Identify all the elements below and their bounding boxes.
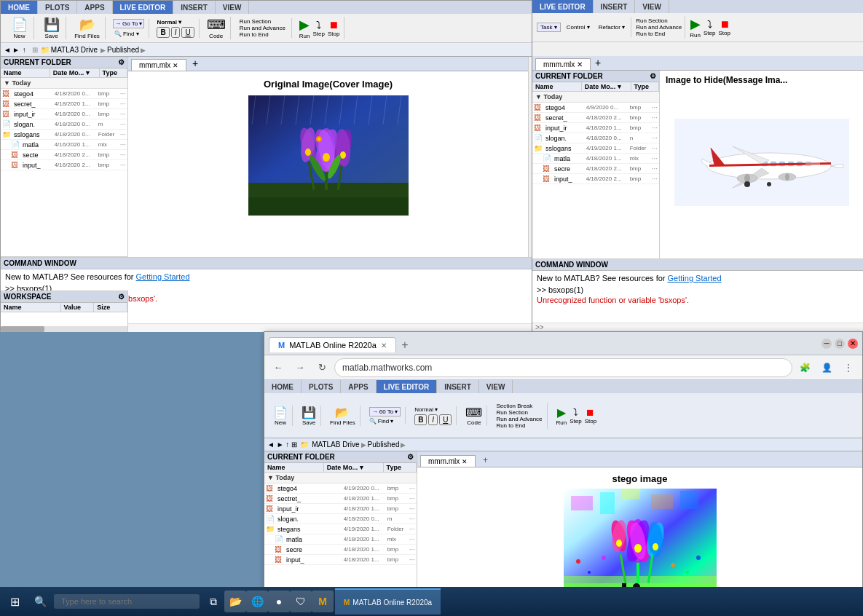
input-dots[interactable]: ··· [120, 110, 126, 118]
sslogans-dots-r[interactable]: ··· [652, 144, 658, 152]
bold-btn-b[interactable]: B [414, 414, 427, 425]
file-stego4-right[interactable]: 🖼 stego4 4/9/2020 0... bmp ··· [532, 103, 659, 113]
file-secret-right[interactable]: 🖼 secret_ 4/18/2020 2... bmp ··· [532, 113, 659, 123]
minimize-button[interactable]: ─ [821, 339, 832, 349]
stop-btn-grp-b[interactable]: ⏹ Stop [585, 407, 596, 425]
tab-view-left[interactable]: VIEW [216, 1, 250, 14]
control-btn-right[interactable]: Control ▾ [564, 23, 593, 31]
matla-dots-b[interactable]: ··· [409, 535, 415, 543]
editor-tab-mmm-right[interactable]: mmm.mlx ✕ [535, 58, 591, 70]
italic-button[interactable]: I [171, 27, 181, 38]
cf-settings-left[interactable]: ⚙ [118, 58, 125, 66]
file-slogan-right[interactable]: 📄 slogan. 4/18/2020 0... n ··· [532, 133, 659, 143]
folder-sslogans-left[interactable]: 📁 sslogans 4/18/2020 0... Folder ··· [1, 130, 127, 140]
file-stego4-left[interactable]: 🖼 stego4 4/18/2020 0... bmp ··· [1, 89, 127, 99]
taskbar-matlab[interactable]: M [312, 591, 334, 612]
taskbar-file-explorer[interactable]: 📂 [224, 591, 246, 612]
refresh-button[interactable]: ↻ [312, 358, 331, 377]
file-input2-b[interactable]: 🖼 input_ 4/18/2020 1... bmp ··· [264, 555, 417, 565]
taskbar-task-view[interactable]: ⧉ [202, 591, 224, 612]
back-button[interactable]: ← [269, 358, 288, 377]
editor-tab-mmm-b[interactable]: mmm.mlx ✕ [420, 455, 476, 467]
slogan-dots[interactable]: ··· [120, 120, 126, 128]
find-button[interactable]: 🔍 Find ▾ [113, 30, 144, 38]
menu-icon[interactable]: ⋮ [839, 358, 858, 377]
run-btn-right[interactable]: ▶ Run [690, 16, 701, 39]
task-btn-right[interactable]: Task ▾ [537, 23, 561, 32]
forward-button[interactable]: → [291, 358, 310, 377]
underline-button[interactable]: U [181, 27, 194, 38]
add-tab-right[interactable]: + [591, 55, 605, 70]
taskbar-edge[interactable]: 🌐 [246, 591, 268, 612]
save-button[interactable]: 💾 [44, 17, 60, 33]
underline-btn-b[interactable]: U [439, 414, 452, 425]
folder-sslogans-right[interactable]: 📁 sslogans 4/19/2020 1... Folder ··· [532, 143, 659, 154]
new-tab-button[interactable]: + [396, 336, 414, 354]
tab-home-left[interactable]: HOME [1, 1, 38, 14]
taskbar-matlab-app[interactable]: M MATLAB Online R2020a [335, 588, 441, 615]
ws-settings-left[interactable]: ⚙ [118, 293, 125, 301]
file-input-right[interactable]: 🖼 input_ir 4/18/2020 1... bmp ··· [532, 123, 659, 133]
cf-settings-browser[interactable]: ⚙ [407, 453, 414, 461]
close-tab-b[interactable]: ✕ [462, 458, 468, 465]
run-advance-right[interactable]: Run and Advance [636, 24, 682, 31]
tab-apps-b[interactable]: APPS [341, 380, 376, 393]
tab-view-b[interactable]: VIEW [479, 380, 513, 393]
address-bar[interactable] [334, 358, 792, 377]
run-section-btn-b[interactable]: Run Section [496, 409, 542, 416]
input2-dots[interactable]: ··· [120, 161, 126, 169]
step-btn-right[interactable]: ⤵ Step [704, 18, 715, 36]
italic-btn-b[interactable]: I [428, 414, 438, 425]
tab-live-editor-left[interactable]: LIVE EDITOR [113, 1, 174, 14]
stego4-dots-r[interactable]: ··· [652, 103, 658, 111]
file-secre-right[interactable]: 🖼 secre 4/18/2020 2... bmp ··· [532, 164, 659, 174]
file-slogan-b[interactable]: 📄 slogan. 4/18/2020 0... m ··· [264, 514, 417, 524]
nav-fwd-left[interactable]: ► [12, 46, 20, 54]
secret-dots-r[interactable]: ··· [652, 114, 658, 122]
run-advance-btn[interactable]: Run and Advance [240, 25, 285, 31]
section-break-btn-b[interactable]: Section Break [496, 403, 542, 409]
file-input2-right[interactable]: 🖼 input_ 4/18/2020 2... bmp ··· [532, 174, 659, 184]
find-files-btn-b[interactable]: 📂 [335, 406, 350, 419]
run-end-btn[interactable]: Run to End [240, 31, 285, 38]
getting-started-link-left[interactable]: Getting Started [136, 272, 190, 281]
run-btn-grp-b[interactable]: ▶ Run [556, 406, 567, 426]
extensions-icon[interactable]: 🧩 [795, 358, 814, 377]
secre-dots-b[interactable]: ··· [409, 545, 415, 553]
run-section-right[interactable]: Run Section [636, 17, 682, 24]
stego4-dots[interactable]: ··· [120, 90, 126, 98]
user-icon[interactable]: 👤 [817, 358, 836, 377]
taskbar-search-input[interactable] [54, 594, 200, 609]
maximize-button[interactable]: □ [835, 339, 845, 349]
stop-btn-right[interactable]: ⏹ Stop [718, 18, 730, 36]
secte-dots[interactable]: ··· [120, 151, 126, 159]
file-slogan-left[interactable]: 📄 slogan. 4/18/2020 0... m ··· [1, 119, 127, 130]
goto-button[interactable]: → Go To ▾ [113, 19, 144, 28]
new-button[interactable]: 📄 [12, 17, 28, 33]
tab-live-editor-right[interactable]: LIVE EDITOR [532, 0, 594, 13]
ws-scrollbar-left[interactable] [1, 326, 127, 332]
taskbar-search-icon[interactable]: 🔍 [29, 591, 51, 612]
tab-live-editor-b[interactable]: LIVE EDITOR [377, 380, 438, 393]
goto-btn-b[interactable]: → 60 To ▾ [369, 407, 401, 416]
file-input-b[interactable]: 🖼 input_ir 4/18/2020 1... bmp ··· [264, 504, 417, 514]
start-button[interactable]: ⊞ [0, 587, 29, 616]
tab-view-right[interactable]: VIEW [635, 0, 669, 13]
file-stego4-b[interactable]: 🖼 stego4 4/19/2020 0... bmp ··· [264, 483, 417, 494]
input2-dots-b[interactable]: ··· [409, 556, 415, 564]
nav-back-left[interactable]: ◄ [4, 46, 11, 54]
editor-tab-mmm-left[interactable]: mmm.mlx ✕ [131, 59, 186, 71]
file-matla-left[interactable]: 📄 matla 4/16/2020 1... mlx ··· [1, 140, 127, 150]
new-btn-b[interactable]: 📄 [273, 406, 288, 419]
file-input-left[interactable]: 🖼 input_ir 4/18/2020 0... bmp ··· [1, 109, 127, 119]
tab-insert-left[interactable]: INSERT [173, 1, 216, 14]
add-tab-left[interactable]: + [186, 56, 204, 71]
tab-insert-b[interactable]: INSERT [437, 380, 479, 393]
normal-dropdown[interactable]: Normal ▾ [157, 19, 194, 25]
cf-settings-right[interactable]: ⚙ [650, 72, 656, 80]
file-input2-left[interactable]: 🖼 input_ 4/16/2020 2... bmp ··· [1, 160, 127, 170]
sslogans-dots[interactable]: ··· [120, 130, 126, 138]
taskbar-security[interactable]: 🛡 [290, 591, 312, 612]
file-secte-left[interactable]: 🖼 secte 4/18/2020 2... bmp ··· [1, 150, 127, 160]
sectret-dots-b[interactable]: ··· [409, 494, 415, 502]
